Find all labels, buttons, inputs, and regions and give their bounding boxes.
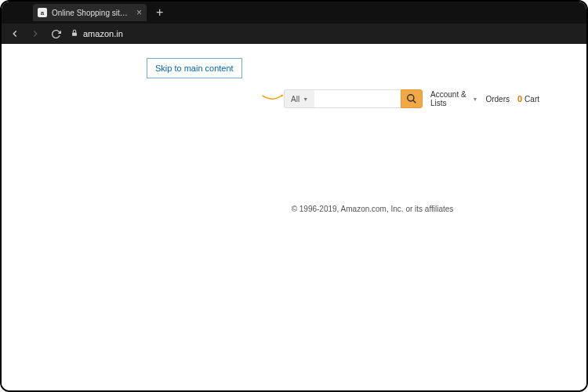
reload-button[interactable] [50, 28, 61, 39]
favicon-icon: a [38, 8, 47, 17]
lock-icon [71, 29, 78, 38]
svg-rect-0 [72, 33, 77, 36]
new-tab-button[interactable]: + [156, 5, 163, 20]
search-input[interactable] [314, 89, 401, 108]
cart-label: Cart [524, 95, 539, 103]
account-label: Account & Lists [430, 90, 470, 107]
back-button[interactable] [9, 28, 20, 39]
search-bar: All ▼ [284, 89, 423, 108]
caret-down-icon: ▼ [472, 96, 477, 102]
cart-link[interactable]: 0 Cart [517, 94, 539, 103]
browser-window: a Online Shopping site in India: Shop × … [0, 0, 588, 392]
cart-count: 0 [517, 94, 522, 103]
tab-bar: a Online Shopping site in India: Shop × … [2, 2, 586, 24]
orders-label: Orders [485, 95, 510, 103]
search-icon [406, 93, 417, 104]
orders-link[interactable]: Orders [485, 95, 510, 103]
forward-button[interactable] [30, 28, 41, 39]
account-and-lists-link[interactable]: Account & Lists ▼ [430, 90, 477, 107]
search-category-label: All [291, 95, 299, 103]
search-category-dropdown[interactable]: All ▼ [284, 89, 314, 108]
svg-line-2 [413, 100, 416, 103]
url-text: amazon.in [83, 29, 123, 38]
browser-tab[interactable]: a Online Shopping site in India: Shop × [33, 4, 147, 21]
close-tab-icon[interactable]: × [136, 7, 142, 18]
page-content: Skip to main content All ▼ Accoun [2, 44, 586, 390]
skip-to-main-link[interactable]: Skip to main content [147, 58, 242, 78]
footer-copyright: © 1996-2019, Amazon.com, Inc. or its aff… [2, 205, 586, 213]
svg-point-1 [408, 95, 414, 101]
address-bar: amazon.in [2, 24, 586, 44]
tab-title: Online Shopping site in India: Shop [52, 9, 132, 17]
caret-down-icon: ▼ [303, 96, 308, 102]
search-button[interactable] [401, 89, 423, 108]
top-nav: All ▼ Account & Lists ▼ Orders 0 C [260, 88, 539, 110]
url-display[interactable]: amazon.in [71, 29, 123, 38]
